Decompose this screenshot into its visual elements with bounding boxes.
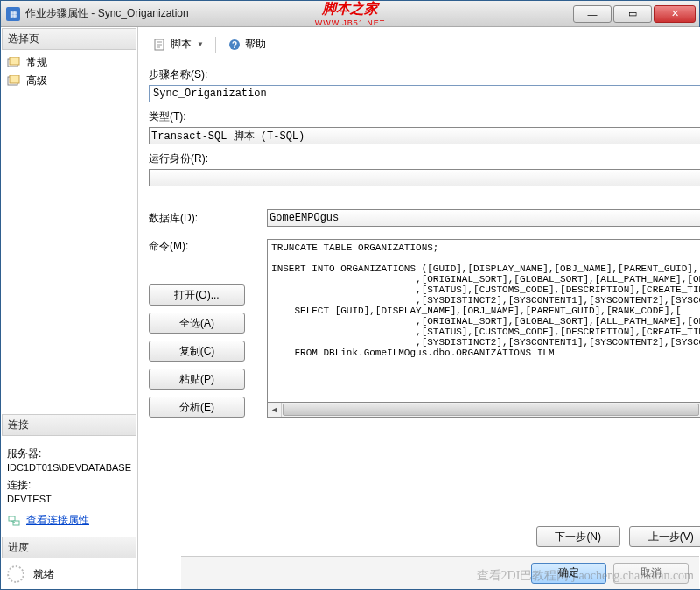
command-buttons: 打开(O)... 全选(A) 复制(C) 粘贴(P) 分析(E): [149, 284, 267, 418]
command-label: 命令(M):: [149, 239, 267, 254]
scroll-left-icon[interactable]: ◄: [268, 403, 282, 417]
page-item-advanced[interactable]: 高级: [7, 72, 131, 90]
database-label: 数据库(D):: [149, 211, 267, 226]
dropdown-arrow-icon: ▼: [197, 40, 204, 48]
spinner-icon: [7, 565, 24, 583]
help-icon: ?: [228, 38, 242, 52]
copy-button[interactable]: 复制(C): [149, 341, 245, 362]
page-item-general[interactable]: 常规: [7, 53, 131, 72]
view-connection-link[interactable]: 查看连接属性: [26, 513, 89, 528]
runas-label: 运行身份(R):: [149, 151, 700, 166]
progress-header: 进度: [2, 537, 136, 558]
prev-button[interactable]: 上一步(V): [629, 526, 700, 547]
step-name-input[interactable]: [149, 85, 700, 102]
main-panel: 脚本 ▼ ? 帮助 步骤名称(S): 类型(T): Transact-SQL 脚…: [138, 27, 700, 589]
dialog-body: 选择页 常规 高级 连接 服务器: IDC1DT01S\DEVDATABASE …: [1, 27, 699, 589]
view-connection-row: 查看连接属性: [7, 513, 131, 528]
svg-rect-5: [13, 521, 19, 525]
svg-rect-3: [10, 75, 19, 83]
command-right: TRUNCATE TABLE ORGANIZATIONS; INSERT INT…: [267, 239, 700, 418]
connection-label: 连接:: [7, 478, 131, 493]
open-button[interactable]: 打开(O)...: [149, 284, 245, 306]
progress-status: 就绪: [33, 567, 54, 582]
script-icon: [153, 38, 167, 52]
database-combo[interactable]: GomeEMPOgus ▼: [267, 209, 700, 227]
page-label: 高级: [26, 74, 47, 88]
paste-button[interactable]: 粘贴(P): [149, 369, 245, 390]
toolbar-separator: [215, 37, 216, 53]
script-label: 脚本: [171, 37, 192, 52]
database-value: GomeEMPOgus: [270, 212, 339, 224]
analyze-button[interactable]: 分析(E): [149, 397, 245, 418]
server-value: IDC1DT01S\DEVDATABASE: [7, 462, 131, 473]
connection-icon: [7, 515, 21, 527]
ok-button[interactable]: 确定: [531, 563, 606, 584]
page-icon: [7, 75, 21, 88]
close-button[interactable]: ✕: [654, 5, 696, 23]
window-controls: — ▭ ✕: [573, 5, 696, 23]
server-label: 服务器:: [7, 446, 131, 461]
database-row: 数据库(D): GomeEMPOgus ▼: [149, 209, 700, 227]
toolbar: 脚本 ▼ ? 帮助: [149, 34, 700, 60]
script-button[interactable]: 脚本 ▼: [149, 34, 208, 54]
command-editor[interactable]: TRUNCATE TABLE ORGANIZATIONS; INSERT INT…: [267, 239, 700, 403]
cancel-button[interactable]: 取消: [613, 563, 689, 584]
command-left: 命令(M): 打开(O)... 全选(A) 复制(C) 粘贴(P) 分析(E): [149, 239, 267, 418]
titlebar[interactable]: ▦ 作业步骤属性 - Sync_Origanization 脚本之家 WWW.J…: [1, 1, 699, 27]
connection-info: 服务器: IDC1DT01S\DEVDATABASE 连接: DEVTEST 查…: [2, 438, 136, 537]
svg-text:?: ?: [232, 40, 237, 50]
next-button[interactable]: 下一步(N): [536, 526, 620, 547]
type-combo[interactable]: Transact-SQL 脚本 (T-SQL) ▼: [149, 127, 700, 144]
svg-rect-1: [10, 57, 19, 65]
type-row: 类型(T): Transact-SQL 脚本 (T-SQL) ▼: [149, 109, 700, 144]
watermark: 脚本之家 WWW.JB51.NET: [315, 0, 386, 27]
select-all-button[interactable]: 全选(A): [149, 313, 245, 334]
sidebar: 选择页 常规 高级 连接 服务器: IDC1DT01S\DEVDATABASE …: [1, 27, 138, 589]
connection-header: 连接: [2, 414, 136, 436]
page-list: 常规 高级: [2, 52, 136, 99]
step-name-row: 步骤名称(S):: [149, 67, 700, 102]
step-nav-buttons: 下一步(N) 上一步(V): [536, 526, 700, 547]
runas-combo[interactable]: ▼: [149, 169, 700, 186]
command-area: 命令(M): 打开(O)... 全选(A) 复制(C) 粘贴(P) 分析(E) …: [149, 239, 700, 418]
page-label: 常规: [26, 55, 47, 70]
page-icon: [7, 57, 21, 69]
window-title: 作业步骤属性 - Sync_Origanization: [25, 6, 189, 21]
help-label: 帮助: [245, 37, 266, 52]
dialog-footer: 确定 取消: [181, 556, 699, 589]
runas-row: 运行身份(R): ▼: [149, 151, 700, 186]
type-label: 类型(T):: [149, 109, 700, 124]
step-name-label: 步骤名称(S):: [149, 67, 700, 82]
app-icon: ▦: [6, 7, 20, 21]
connection-value: DEVTEST: [7, 494, 131, 504]
minimize-button[interactable]: —: [573, 5, 612, 23]
progress-block: 就绪: [2, 560, 136, 588]
svg-rect-4: [9, 516, 15, 521]
type-value: Transact-SQL 脚本 (T-SQL): [151, 129, 304, 144]
horizontal-scrollbar[interactable]: ◄ ►: [267, 403, 700, 418]
select-page-header: 选择页: [2, 28, 136, 50]
scroll-thumb[interactable]: [283, 404, 699, 416]
dialog-window: ▦ 作业步骤属性 - Sync_Origanization 脚本之家 WWW.J…: [0, 0, 700, 590]
help-button[interactable]: ? 帮助: [223, 34, 270, 54]
maximize-button[interactable]: ▭: [613, 5, 652, 23]
